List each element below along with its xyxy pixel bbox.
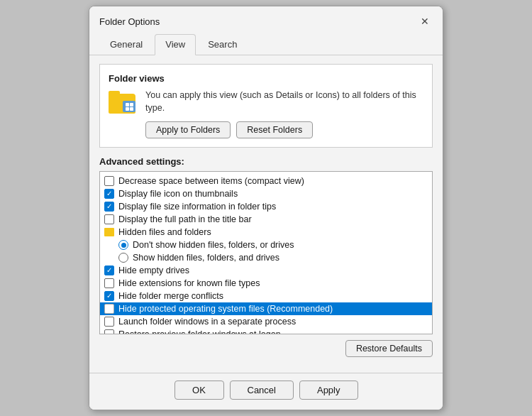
folder-icon [109, 89, 137, 114]
radio-show-hidden[interactable] [118, 253, 128, 263]
folder-views-buttons: Apply to Folders Reset Folders [145, 121, 423, 138]
checkbox-restore-previous-windows[interactable] [104, 329, 114, 334]
setting-label: Display file size information in folder … [118, 202, 276, 212]
folder-views-title: Folder views [109, 73, 423, 84]
radio-dont-show-hidden[interactable] [118, 240, 128, 250]
folder-small-icon [104, 228, 114, 236]
folder-options-dialog: Folder Options ✕ General View Search Fol… [89, 6, 443, 410]
tab-view[interactable]: View [155, 34, 196, 55]
advanced-settings-title: Advanced settings: [99, 156, 433, 167]
folder-views-desc: You can apply this view (such as Details… [145, 89, 423, 114]
setting-label: Hide extensions for known file types [118, 278, 260, 288]
setting-hide-extensions[interactable]: Hide extensions for known file types [100, 277, 432, 290]
setting-hide-merge-conflicts[interactable]: Hide folder merge conflicts [100, 290, 432, 302]
setting-show-hidden[interactable]: Show hidden files, folders, and drives [100, 251, 432, 264]
setting-file-size-info[interactable]: Display file size information in folder … [100, 200, 432, 213]
ok-button[interactable]: OK [174, 381, 224, 400]
setting-label: Hide folder merge conflicts [118, 291, 223, 301]
folder-icon-container [109, 89, 137, 114]
apply-to-folders-button[interactable]: Apply to Folders [145, 121, 231, 138]
setting-hidden-files-folder: Hidden files and folders [100, 226, 432, 239]
checkbox-file-size-info[interactable] [104, 202, 114, 212]
tab-bar: General View Search [89, 33, 443, 55]
folder-back [109, 94, 135, 114]
setting-label: Display the full path in the title bar [118, 214, 252, 224]
setting-label: Decrease space between items (compact vi… [118, 176, 304, 186]
checkbox-compact-view[interactable] [104, 176, 114, 186]
setting-dont-show-hidden[interactable]: Don't show hidden files, folders, or dri… [100, 239, 432, 251]
folder-views-right: You can apply this view (such as Details… [145, 89, 423, 138]
setting-restore-previous-windows[interactable]: Restore previous folder windows at logon [100, 328, 432, 334]
restore-defaults-row: Restore Defaults [99, 340, 433, 357]
setting-launch-separate-process[interactable]: Launch folder windows in a separate proc… [100, 315, 432, 328]
apply-button[interactable]: Apply [299, 381, 358, 400]
title-bar: Folder Options ✕ [89, 6, 443, 33]
folder-views-section: Folder views [99, 64, 433, 148]
grid-cell [126, 107, 129, 111]
restore-defaults-button[interactable]: Restore Defaults [345, 340, 433, 357]
advanced-settings-section: Advanced settings: Decrease space betwee… [99, 156, 433, 334]
setting-label: Hide protected operating system files (R… [118, 304, 333, 314]
dialog-title: Folder Options [99, 16, 160, 27]
folder-grid [124, 102, 135, 112]
setting-label: Launch folder windows in a separate proc… [118, 317, 296, 327]
checkbox-full-path[interactable] [104, 214, 114, 224]
grid-cell [126, 103, 129, 106]
setting-label: Hide empty drives [118, 266, 189, 275]
dialog-footer: OK Cancel Apply [89, 373, 443, 410]
setting-label: Don't show hidden files, folders, or dri… [133, 240, 294, 250]
folder-overlay [123, 101, 135, 112]
setting-file-icon-thumbnails[interactable]: Display file icon on thumbnails [100, 187, 432, 200]
setting-label: Display file icon on thumbnails [118, 189, 238, 199]
settings-list[interactable]: Decrease space between items (compact vi… [99, 171, 433, 334]
close-button[interactable]: ✕ [417, 13, 433, 29]
dialog-content: Folder views [89, 55, 443, 373]
checkbox-launch-separate-process[interactable] [104, 317, 114, 327]
setting-label: Show hidden files, folders, and drives [133, 253, 279, 263]
setting-label: Hidden files and folders [118, 227, 211, 237]
checkbox-hide-extensions[interactable] [104, 278, 114, 288]
checkbox-hide-empty-drives[interactable] [104, 266, 114, 275]
tab-general[interactable]: General [99, 34, 153, 55]
setting-label: Restore previous folder windows at logon [118, 329, 281, 334]
folder-views-body: You can apply this view (such as Details… [109, 89, 423, 138]
setting-full-path[interactable]: Display the full path in the title bar [100, 213, 432, 226]
setting-hide-empty-drives[interactable]: Hide empty drives [100, 264, 432, 277]
grid-cell [130, 103, 133, 106]
cancel-button[interactable]: Cancel [230, 381, 294, 400]
tab-search[interactable]: Search [197, 34, 248, 55]
setting-hide-protected-system-files[interactable]: Hide protected operating system files (R… [100, 302, 432, 315]
setting-compact-view[interactable]: Decrease space between items (compact vi… [100, 175, 432, 187]
checkbox-hide-protected-system-files[interactable] [104, 304, 114, 314]
grid-cell [130, 107, 133, 111]
checkbox-file-icon-thumbnails[interactable] [104, 189, 114, 199]
reset-folders-button[interactable]: Reset Folders [236, 121, 313, 138]
checkbox-hide-merge-conflicts[interactable] [104, 291, 114, 301]
